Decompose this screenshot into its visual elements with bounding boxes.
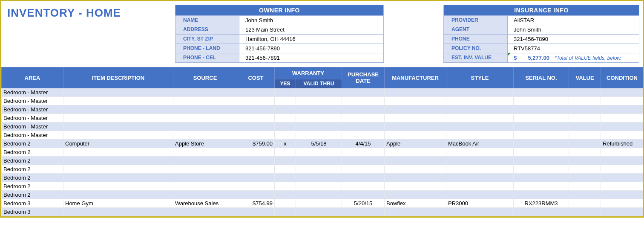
cell-style[interactable] <box>446 131 514 140</box>
cell-value[interactable] <box>569 148 601 157</box>
cell-yes[interactable] <box>275 114 296 122</box>
cell-cost[interactable]: $754.99 <box>237 199 275 208</box>
cell-yes[interactable] <box>275 157 296 165</box>
cell-cost[interactable]: $759.00 <box>237 140 275 148</box>
cell-source[interactable] <box>173 114 237 122</box>
cell-value[interactable] <box>569 199 601 208</box>
cell-value[interactable] <box>569 122 601 131</box>
cell-cost[interactable] <box>237 208 275 216</box>
cell-mfr[interactable] <box>385 182 446 191</box>
cell-source[interactable]: Warehouse Sales <box>173 199 237 208</box>
cell-cond[interactable] <box>601 131 644 140</box>
cell-serial[interactable] <box>514 191 569 199</box>
cell-valid[interactable] <box>296 191 342 199</box>
cell-style[interactable] <box>446 182 514 191</box>
cell-value[interactable] <box>569 165 601 174</box>
cell-style[interactable] <box>446 148 514 157</box>
table-row[interactable]: Bedroom - Master <box>2 114 644 122</box>
cell-desc[interactable] <box>63 88 173 97</box>
cell-desc[interactable] <box>63 97 173 105</box>
cell-valid[interactable]: 5/5/18 <box>296 140 342 148</box>
cell-pdate[interactable] <box>342 88 385 97</box>
cell-area[interactable]: Bedroom 2 <box>2 191 63 199</box>
cell-serial[interactable]: RX223RMM3 <box>514 199 569 208</box>
cell-cost[interactable] <box>237 105 275 114</box>
cell-value[interactable] <box>569 208 601 216</box>
cell-style[interactable] <box>446 105 514 114</box>
cell-pdate[interactable]: 5/20/15 <box>342 199 385 208</box>
cell-mfr[interactable] <box>385 88 446 97</box>
cell-mfr[interactable] <box>385 165 446 174</box>
cell-source[interactable] <box>173 88 237 97</box>
cell-area[interactable]: Bedroom 2 <box>2 174 63 182</box>
cell-value[interactable] <box>569 105 601 114</box>
cell-cost[interactable] <box>237 191 275 199</box>
cell-cond[interactable] <box>601 122 644 131</box>
cell-desc[interactable]: Computer <box>63 140 173 148</box>
cell-area[interactable]: Bedroom - Master <box>2 105 63 114</box>
cell-mfr[interactable]: Bowflex <box>385 199 446 208</box>
cell-cond[interactable] <box>601 114 644 122</box>
cell-area[interactable]: Bedroom - Master <box>2 97 63 105</box>
cell-serial[interactable] <box>514 208 569 216</box>
cell-source[interactable] <box>173 131 237 140</box>
cell-source[interactable] <box>173 105 237 114</box>
cell-source[interactable] <box>173 122 237 131</box>
table-row[interactable]: Bedroom - Master <box>2 105 644 114</box>
cell-mfr[interactable]: Apple <box>385 140 446 148</box>
cell-source[interactable] <box>173 157 237 165</box>
cell-valid[interactable] <box>296 148 342 157</box>
table-row[interactable]: Bedroom 2 <box>2 174 644 182</box>
cell-mfr[interactable] <box>385 148 446 157</box>
cell-desc[interactable] <box>63 165 173 174</box>
cell-desc[interactable] <box>63 122 173 131</box>
cell-desc[interactable] <box>63 148 173 157</box>
cell-cond[interactable] <box>601 148 644 157</box>
cell-serial[interactable] <box>514 122 569 131</box>
cell-desc[interactable] <box>63 191 173 199</box>
cell-desc[interactable] <box>63 105 173 114</box>
table-row[interactable]: Bedroom 2 <box>2 157 644 165</box>
cell-source[interactable]: Apple Store <box>173 140 237 148</box>
cell-mfr[interactable] <box>385 122 446 131</box>
cell-area[interactable]: Bedroom - Master <box>2 131 63 140</box>
cell-serial[interactable] <box>514 182 569 191</box>
cell-cost[interactable] <box>237 174 275 182</box>
cell-value[interactable] <box>569 157 601 165</box>
cell-serial[interactable] <box>514 131 569 140</box>
cell-source[interactable] <box>173 148 237 157</box>
cell-mfr[interactable] <box>385 105 446 114</box>
cell-mfr[interactable] <box>385 208 446 216</box>
cell-cost[interactable] <box>237 88 275 97</box>
cell-serial[interactable] <box>514 140 569 148</box>
cell-valid[interactable] <box>296 105 342 114</box>
cell-yes[interactable] <box>275 97 296 105</box>
cell-valid[interactable] <box>296 157 342 165</box>
cell-cond[interactable] <box>601 88 644 97</box>
cell-cond[interactable]: Refurbished <box>601 140 644 148</box>
table-row[interactable]: Bedroom - Master <box>2 131 644 140</box>
cell-pdate[interactable] <box>342 165 385 174</box>
cell-yes[interactable] <box>275 165 296 174</box>
cell-cost[interactable] <box>237 182 275 191</box>
cell-cond[interactable] <box>601 157 644 165</box>
cell-valid[interactable] <box>296 182 342 191</box>
cell-value[interactable] <box>569 174 601 182</box>
cell-yes[interactable] <box>275 191 296 199</box>
cell-area[interactable]: Bedroom 2 <box>2 157 63 165</box>
cell-pdate[interactable] <box>342 174 385 182</box>
cell-source[interactable] <box>173 97 237 105</box>
cell-cond[interactable] <box>601 199 644 208</box>
cell-source[interactable] <box>173 182 237 191</box>
cell-mfr[interactable] <box>385 157 446 165</box>
cell-yes[interactable] <box>275 88 296 97</box>
cell-yes[interactable] <box>275 208 296 216</box>
cell-valid[interactable] <box>296 114 342 122</box>
cell-yes[interactable] <box>275 174 296 182</box>
cell-value[interactable] <box>569 114 601 122</box>
cell-source[interactable] <box>173 174 237 182</box>
cell-area[interactable]: Bedroom - Master <box>2 88 63 97</box>
cell-value[interactable] <box>569 182 601 191</box>
cell-area[interactable]: Bedroom 2 <box>2 182 63 191</box>
cell-serial[interactable] <box>514 114 569 122</box>
